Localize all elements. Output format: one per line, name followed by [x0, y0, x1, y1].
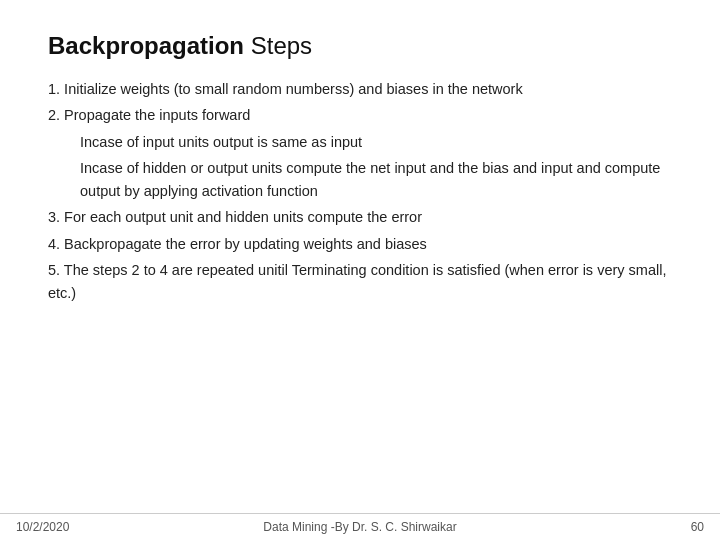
slide-body: 1. Initialize weights (to small random n… — [48, 78, 672, 304]
body-line: Incase of input units output is same as … — [80, 131, 672, 153]
body-line: 3. For each output unit and hidden units… — [48, 206, 672, 228]
footer-date: 10/2/2020 — [16, 520, 96, 534]
body-line: 2. Propagate the inputs forward — [48, 104, 672, 126]
title-bold: Backpropagation — [48, 32, 244, 59]
body-line: Incase of hidden or output units compute… — [80, 157, 672, 202]
slide-title: Backpropagation Steps — [48, 32, 672, 60]
slide-container: Backpropagation Steps 1. Initialize weig… — [0, 0, 720, 540]
body-line: 1. Initialize weights (to small random n… — [48, 78, 672, 100]
slide-footer: 10/2/2020 Data Mining -By Dr. S. C. Shir… — [0, 513, 720, 540]
footer-center: Data Mining -By Dr. S. C. Shirwaikar — [96, 520, 624, 534]
title-normal: Steps — [244, 32, 312, 59]
slide-content: Backpropagation Steps 1. Initialize weig… — [0, 0, 720, 513]
body-line: 4. Backpropagate the error by updating w… — [48, 233, 672, 255]
body-line: 5. The steps 2 to 4 are repeated unitil … — [48, 259, 672, 304]
footer-page: 60 — [624, 520, 704, 534]
